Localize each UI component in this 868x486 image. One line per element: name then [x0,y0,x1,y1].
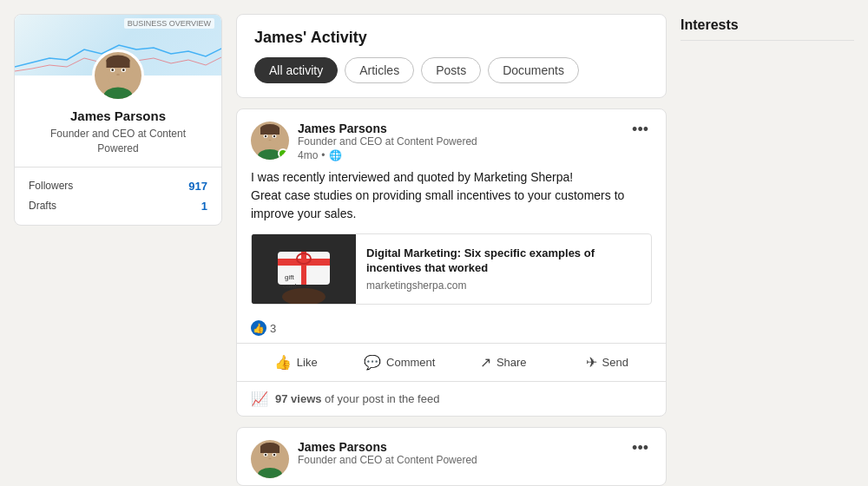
svg-point-38 [279,453,283,458]
followers-row: Followers 917 [29,176,207,196]
filter-tabs: All activity Articles Posts Documents [254,57,648,83]
views-chart-icon: 📈 [251,391,268,407]
post-avatar [251,122,289,160]
svg-point-3 [103,68,108,74]
comment-label: Comment [386,356,435,369]
activity-title: James' Activity [254,29,648,47]
link-image-svg: gift card [252,234,356,304]
second-post-card: James Parsons Founder and CEO at Content… [236,427,667,486]
interests-section: Interests [681,14,854,44]
like-label: Like [297,356,318,369]
share-icon: ↗ [480,354,491,371]
left-sidebar: BUSINESS OVERVIEW [14,14,222,486]
post-card: James Parsons Founder and CEO at Content… [236,108,667,417]
post-reactions: 👍 3 [237,315,666,344]
tab-articles[interactable]: Articles [345,57,414,83]
profile-info: James Parsons Founder and CEO at Content… [15,102,221,167]
svg-point-16 [258,135,262,140]
svg-rect-29 [301,252,306,285]
second-post-avatar [251,440,289,478]
send-icon: ✈ [586,354,597,371]
post-time: 4mo [298,149,318,161]
page-container: BUSINESS OVERVIEW [14,14,854,486]
second-post-author-details: James Parsons Founder and CEO at Content… [298,440,477,466]
followers-label: Followers [29,180,73,192]
link-preview-content: Digital Marketing: Six specific examples… [356,234,651,304]
reaction-count: 3 [270,322,276,335]
send-button[interactable]: ✈ Send [556,347,660,378]
profile-avatar-wrap [15,49,221,102]
send-label: Send [602,356,628,369]
profile-card: BUSINESS OVERVIEW [14,14,222,226]
link-preview-url: marketingsherpa.com [366,279,641,292]
svg-point-37 [258,453,262,458]
tab-all-activity[interactable]: All activity [254,57,338,83]
banner-label: BUSINESS OVERVIEW [124,18,214,29]
svg-point-8 [122,69,125,71]
svg-rect-12 [115,80,121,86]
interests-title: Interests [681,17,854,33]
post-meta: 4mo • 🌐 [298,149,477,161]
svg-text:gift: gift [285,273,294,281]
link-preview-title: Digital Marketing: Six specific examples… [366,246,641,276]
svg-rect-15 [260,128,279,135]
interests-divider [681,40,854,41]
online-status-indicator [278,148,288,159]
post-more-button[interactable]: ••• [628,122,652,137]
share-button[interactable]: ↗ Share [451,347,556,378]
comment-icon: 💬 [364,354,381,371]
post-globe-icon: 🌐 [329,149,342,161]
drafts-row: Drafts 1 [29,196,207,216]
svg-point-11 [104,88,132,100]
svg-rect-2 [107,60,130,68]
svg-point-42 [273,454,275,456]
like-button[interactable]: 👍 Like [244,347,348,378]
link-preview-image: gift card [252,234,356,304]
post-body: I was recently interviewed and quoted by… [237,168,666,233]
post-actions: 👍 Like 💬 Comment ↗ Share ✈ Send [237,344,666,382]
followers-count: 917 [188,180,207,193]
post-views: 📈 97 views of your post in the feed [237,382,666,416]
second-post-author: James Parsons Founder and CEO at Content… [251,440,477,478]
main-content: James' Activity All activity Articles Po… [236,14,667,486]
right-sidebar: Interests [681,14,854,486]
svg-point-46 [258,468,282,478]
svg-point-41 [265,454,266,456]
profile-name: James Parsons [29,108,207,123]
views-count: 97 views of your post in the feed [275,392,439,405]
svg-point-17 [279,135,283,140]
drafts-label: Drafts [29,200,56,212]
activity-header-card: James' Activity All activity Articles Po… [236,14,667,98]
avatar-svg [95,52,141,99]
tab-documents[interactable]: Documents [488,57,579,83]
second-post-header: James Parsons Founder and CEO at Content… [251,440,652,478]
second-post-author-name: James Parsons [298,440,477,454]
second-post-avatar-svg [251,440,289,478]
svg-rect-36 [260,446,279,453]
svg-text:card: card [283,282,297,290]
post-author-title: Founder and CEO at Content Powered [298,135,477,148]
svg-point-7 [111,69,114,71]
profile-title: Founder and CEO at Content Powered [29,127,207,156]
svg-point-4 [128,68,133,74]
drafts-count: 1 [201,200,207,213]
share-label: Share [496,356,527,369]
svg-point-21 [273,135,275,137]
like-icon: 👍 [274,354,292,371]
avatar [92,49,144,102]
post-header: James Parsons Founder and CEO at Content… [237,109,666,168]
post-author-info: James Parsons Founder and CEO at Content… [251,122,477,161]
post-author-name: James Parsons [298,122,477,135]
post-author-details: James Parsons Founder and CEO at Content… [298,122,477,161]
link-preview[interactable]: gift card Digital Marketing: Six specifi… [251,233,652,305]
second-post-author-title: Founder and CEO at Content Powered [298,454,477,466]
post-meta-dot: • [321,149,325,161]
like-reaction-icon: 👍 [251,320,266,336]
comment-button[interactable]: 💬 Comment [348,347,452,378]
svg-point-20 [265,135,266,137]
profile-stats: Followers 917 Drafts 1 [15,167,221,225]
second-post-more-button[interactable]: ••• [628,440,652,456]
tab-posts[interactable]: Posts [421,57,481,83]
